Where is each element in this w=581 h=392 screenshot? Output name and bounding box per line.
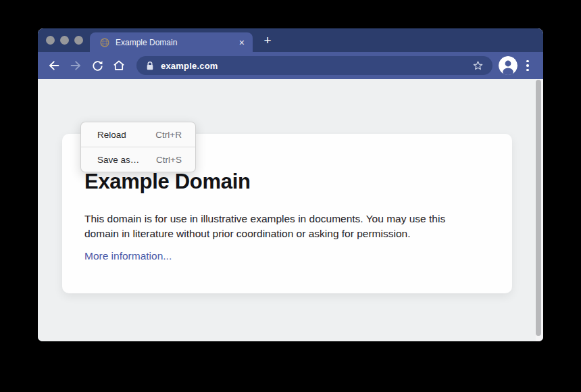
browser-window: Example Domain × + bbox=[38, 28, 543, 341]
menu-item-label: Save as… bbox=[97, 155, 139, 165]
kebab-menu-icon[interactable] bbox=[526, 59, 529, 72]
site-favicon-icon bbox=[100, 38, 109, 47]
scrollbar-thumb[interactable] bbox=[536, 80, 541, 336]
browser-tab[interactable]: Example Domain × bbox=[90, 32, 253, 52]
bookmark-star-icon[interactable] bbox=[472, 59, 484, 72]
browser-toolbar: example.com bbox=[38, 52, 543, 79]
menu-item-label: Reload bbox=[97, 130, 126, 140]
reload-icon[interactable] bbox=[89, 57, 105, 74]
page-body-text: This domain is for use in illustrative e… bbox=[84, 212, 472, 241]
url-text: example.com bbox=[161, 61, 472, 71]
traffic-light-zoom[interactable] bbox=[74, 36, 83, 45]
tab-close-icon[interactable]: × bbox=[239, 38, 245, 47]
title-bar: Example Domain × + bbox=[38, 28, 543, 52]
tab-title: Example Domain bbox=[116, 38, 234, 47]
traffic-light-close[interactable] bbox=[46, 36, 55, 45]
menu-item-shortcut: Ctrl+S bbox=[156, 155, 182, 165]
forward-icon[interactable] bbox=[68, 57, 84, 74]
more-information-link[interactable]: More information... bbox=[84, 250, 172, 262]
profile-avatar-icon[interactable] bbox=[499, 56, 517, 75]
scrollbar-track[interactable] bbox=[536, 79, 543, 341]
context-menu: Reload Ctrl+R Save as… Ctrl+S bbox=[80, 122, 196, 172]
home-icon[interactable] bbox=[111, 57, 127, 74]
traffic-light-minimize[interactable] bbox=[60, 36, 69, 45]
context-menu-item-save-as[interactable]: Save as… Ctrl+S bbox=[81, 147, 195, 172]
page-viewport: Example Domain This domain is for use in… bbox=[38, 79, 543, 341]
new-tab-icon[interactable]: + bbox=[261, 34, 274, 47]
page-title: Example Domain bbox=[84, 170, 472, 193]
menu-item-shortcut: Ctrl+R bbox=[155, 130, 182, 140]
context-menu-item-reload[interactable]: Reload Ctrl+R bbox=[81, 122, 195, 147]
back-icon[interactable] bbox=[46, 57, 62, 74]
lock-icon bbox=[146, 61, 154, 71]
address-bar[interactable]: example.com bbox=[136, 56, 492, 75]
